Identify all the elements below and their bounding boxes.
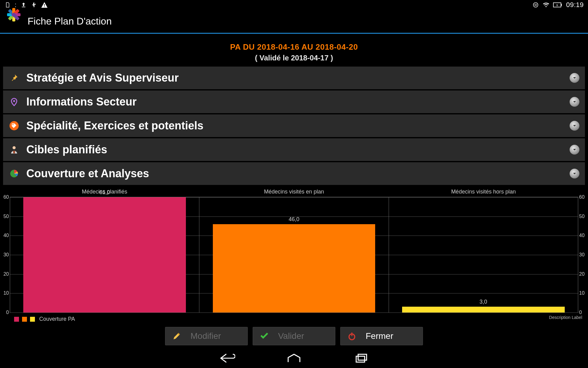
svg-point-8 (13, 100, 15, 102)
y-tick: 60 (3, 194, 9, 200)
close-button[interactable]: Fermer (340, 327, 423, 345)
accordion: Stratégie et Avis Superviseur Informatio… (2, 67, 586, 185)
svg-rect-6 (561, 4, 562, 6)
svg-rect-15 (356, 356, 365, 362)
y-tick: 10 (579, 290, 585, 296)
battery-icon: 9 (553, 2, 562, 8)
svg-rect-16 (358, 354, 367, 360)
svg-rect-0 (22, 7, 25, 7)
svg-rect-2 (44, 6, 45, 7)
button-label: Modifier (190, 331, 221, 341)
y-tick: 60 (579, 194, 585, 200)
chevron-down-icon (570, 73, 579, 83)
acc-label: Spécialité, Exercices et potentiels (26, 119, 203, 132)
y-tick: 30 (3, 252, 9, 258)
person-icon (9, 144, 20, 155)
y-tick: 0 (6, 310, 9, 315)
chart-bar-value: 46,0 (213, 216, 375, 223)
power-icon (347, 331, 357, 341)
acc-informations[interactable]: Informations Secteur (3, 90, 585, 113)
y-tick: 40 (3, 233, 9, 238)
usb-icon (31, 2, 37, 8)
warning-icon (41, 2, 48, 8)
svg-text:9: 9 (556, 3, 558, 7)
tag-icon (9, 120, 20, 131)
acc-label: Cibles planifiés (26, 143, 107, 156)
headline-validated: ( Validé le 2018-04-17 ) (2, 54, 586, 62)
y-tick: 0 (579, 310, 582, 315)
legend-text: Couverture PA (39, 316, 75, 322)
nav-home-button[interactable] (285, 352, 303, 364)
y-tick: 50 (579, 214, 585, 219)
status-bar: : 9 09:19 (0, 0, 588, 10)
nav-recents-button[interactable] (352, 352, 371, 364)
wifi-icon (543, 2, 549, 8)
chevron-down-icon (570, 121, 579, 131)
app-bar: Fiche Plan D'action (0, 10, 588, 34)
svg-point-11 (13, 146, 16, 149)
button-label: Valider (278, 331, 304, 341)
chart-bar: 46,0 (213, 224, 375, 312)
legend-swatch (22, 317, 27, 322)
pie-icon (9, 168, 20, 179)
chart-plot-area: 0102030405060 0102030405060 61,046,03,0 … (10, 197, 578, 313)
android-nav-bar (0, 348, 588, 368)
app-logo-icon (4, 12, 23, 31)
status-clock: 09:19 (566, 1, 584, 9)
headline-period: PA DU 2018-04-16 AU 2018-04-20 (2, 42, 586, 52)
chart: Médecins planifiés Médecins visités en p… (2, 186, 586, 324)
chart-bar: 3,0 (402, 307, 565, 312)
rotate-lock-icon (532, 2, 539, 8)
chart-category-1: Médecins visités en plan (199, 189, 389, 195)
location-icon (9, 96, 20, 107)
chart-bar: 61,0 (23, 197, 186, 312)
chart-description-label: Description Label (549, 315, 582, 320)
upload-icon (20, 2, 27, 8)
svg-rect-14 (351, 332, 352, 336)
acc-label: Informations Secteur (26, 95, 137, 108)
chart-bar-value: 3,0 (402, 299, 565, 305)
button-label: Fermer (366, 331, 393, 341)
y-tick: 30 (579, 252, 585, 258)
y-tick: 40 (579, 233, 585, 238)
acc-label: Couverture et Analyses (26, 167, 149, 180)
app-title: Fiche Plan D'action (28, 16, 112, 27)
y-tick: 20 (579, 271, 585, 277)
check-icon (259, 331, 270, 341)
svg-rect-4 (535, 4, 537, 6)
svg-point-3 (533, 3, 538, 7)
sdcard-icon (4, 2, 11, 8)
svg-rect-1 (44, 4, 45, 6)
action-bar: Modifier Valider Fermer (0, 324, 588, 348)
nav-back-button[interactable] (217, 352, 236, 364)
y-tick: 20 (3, 271, 9, 277)
chart-category-2: Médecins visités hors plan (389, 189, 578, 195)
acc-specialite[interactable]: Spécialité, Exercices et potentiels (3, 114, 585, 137)
legend-swatch (30, 317, 35, 322)
legend-swatch (14, 317, 19, 322)
y-tick: 10 (3, 290, 9, 296)
acc-label: Stratégie et Avis Superviseur (26, 71, 179, 84)
acc-strategie[interactable]: Stratégie et Avis Superviseur (3, 67, 585, 89)
pencil-icon (172, 331, 182, 341)
chart-bar-value: 61,0 (23, 189, 186, 196)
svg-point-10 (12, 124, 13, 125)
chevron-down-icon (570, 145, 579, 155)
modify-button[interactable]: Modifier (165, 327, 248, 345)
chevron-down-icon (570, 169, 579, 178)
chart-legend: Couverture PA (10, 313, 578, 322)
status-dots: : (15, 2, 17, 9)
y-tick: 50 (3, 214, 9, 219)
acc-cibles[interactable]: Cibles planifiés (3, 138, 585, 161)
acc-couverture[interactable]: Couverture et Analyses (3, 162, 585, 185)
pin-icon (9, 72, 20, 83)
chevron-down-icon (570, 97, 579, 107)
headline: PA DU 2018-04-16 AU 2018-04-20 ( Validé … (2, 34, 586, 65)
validate-button[interactable]: Valider (253, 327, 335, 345)
